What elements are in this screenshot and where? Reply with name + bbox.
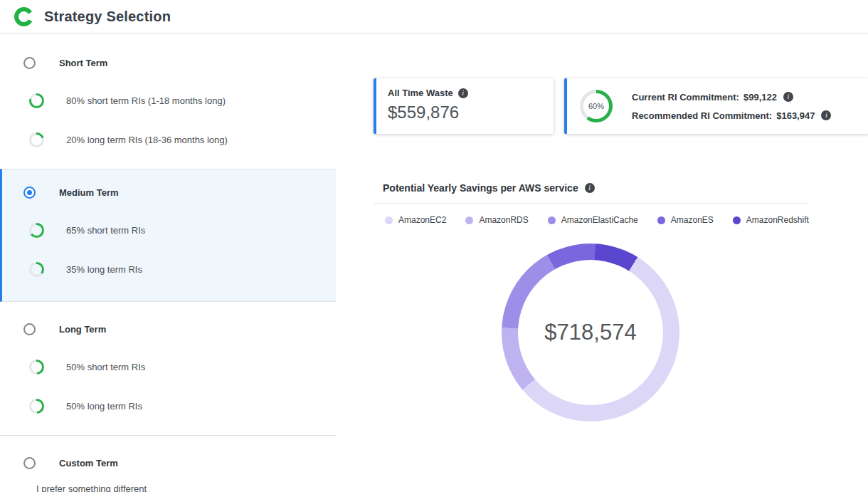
allocation-label: 20% long term RIs (18-36 months long): [66, 135, 228, 145]
strategy-sidebar: Short Term 80% short term RIs (1-18 mont…: [0, 33, 336, 492]
allocation-label: 80% short term RIs (1-18 months long): [66, 95, 226, 106]
radio-icon[interactable]: [23, 323, 36, 335]
legend-dot-icon: [465, 216, 473, 224]
legend-dot-icon: [385, 216, 393, 224]
allocation-label: 65% short term RIs: [66, 225, 145, 236]
allocation-label: 50% short term RIs: [66, 362, 145, 372]
main-content: All Time Waste $559,876 60% Current RI C…: [336, 33, 868, 422]
savings-chart-section: Potential Yearly Savings per AWS service…: [374, 182, 808, 422]
ri-commitment-card: 60% Current RI Commitment: $99,122 Recom…: [564, 78, 868, 134]
legend-label: AmazonRDS: [479, 215, 528, 225]
strategy-radio-medium-term[interactable]: Medium Term: [2, 187, 336, 199]
radio-selected-icon[interactable]: [23, 187, 36, 199]
legend-label: AmazonES: [671, 215, 714, 225]
legend-item[interactable]: AmazonEC2: [385, 215, 446, 225]
legend-dot-icon: [733, 216, 741, 224]
strategy-option-medium-term: Medium Term 65% short term RIs 35% long …: [0, 169, 336, 302]
legend-dot-icon: [548, 216, 556, 224]
donut-center-total: $718,574: [502, 244, 679, 422]
legend-item[interactable]: AmazonRedshift: [733, 215, 809, 225]
summary-cards-row: All Time Waste $559,876 60% Current RI C…: [374, 78, 868, 134]
chart-title: Potential Yearly Savings per AWS service: [383, 182, 578, 194]
option-label: Short Term: [59, 58, 107, 68]
current-ri-commitment-row: Current RI Commitment: $99,122: [632, 92, 831, 103]
allocation-label: 50% long term RIs: [66, 401, 142, 412]
allocation-item: 50% long term RIs: [0, 399, 336, 414]
progress-ring-icon: [29, 360, 44, 375]
legend-item[interactable]: AmazonES: [657, 215, 714, 225]
divider: [374, 203, 808, 204]
legend-label: AmazonRedshift: [746, 215, 809, 225]
progress-ring-icon: [29, 93, 44, 108]
card-title: All Time Waste: [388, 88, 453, 98]
page-title: Strategy Selection: [44, 9, 171, 25]
recommended-ri-commitment-value: $163,947: [776, 110, 815, 121]
allocation-item: 35% long term RIs: [2, 262, 336, 277]
allocation-label: 35% long term RIs: [66, 264, 142, 275]
progress-ring-icon: [29, 223, 44, 238]
strategy-option-custom-term: Custom Term I prefer something different: [0, 436, 336, 492]
current-ri-commitment-label: Current RI Commitment:: [632, 92, 739, 103]
legend-item[interactable]: AmazonRDS: [465, 215, 528, 225]
progress-ring-icon: [29, 399, 44, 414]
legend-label: AmazonEC2: [398, 215, 446, 225]
strategy-radio-long-term[interactable]: Long Term: [0, 323, 336, 335]
recommended-ri-commitment-label: Recommended RI Commitment:: [632, 110, 772, 121]
strategy-option-long-term: Long Term 50% short term RIs 50% long te…: [0, 302, 336, 436]
info-icon[interactable]: [458, 88, 468, 98]
progress-ring-icon: [29, 132, 44, 147]
chart-legend: AmazonEC2AmazonRDSAmazonElastiCacheAmazo…: [385, 215, 808, 225]
info-icon[interactable]: [585, 183, 595, 193]
info-icon[interactable]: [783, 92, 793, 102]
legend-item[interactable]: AmazonElastiCache: [548, 215, 638, 225]
app-logo-icon: [14, 7, 33, 26]
info-icon[interactable]: [821, 110, 831, 120]
commitment-progress-ring: 60%: [580, 90, 613, 122]
strategy-radio-short-term[interactable]: Short Term: [0, 57, 336, 69]
allocation-item: 20% long term RIs (18-36 months long): [0, 132, 336, 147]
strategy-radio-custom-term[interactable]: Custom Term: [0, 457, 336, 469]
page-header: Strategy Selection: [0, 0, 868, 33]
radio-icon[interactable]: [23, 457, 36, 469]
custom-term-description: I prefer something different: [36, 483, 336, 492]
option-label: Long Term: [59, 324, 106, 335]
allocation-item: 65% short term RIs: [2, 223, 336, 238]
recommended-ri-commitment-row: Recommended RI Commitment: $163,947: [632, 110, 831, 121]
radio-icon[interactable]: [23, 57, 36, 69]
allocation-item: 80% short term RIs (1-18 months long): [0, 93, 336, 108]
all-time-waste-card: All Time Waste $559,876: [374, 78, 554, 134]
option-label: Medium Term: [59, 187, 119, 198]
legend-dot-icon: [657, 216, 665, 224]
donut-chart[interactable]: $718,574: [502, 244, 679, 422]
commitment-ring-label: 60%: [588, 102, 604, 110]
legend-label: AmazonElastiCache: [561, 215, 638, 225]
all-time-waste-value: $559,876: [388, 103, 542, 122]
strategy-option-short-term: Short Term 80% short term RIs (1-18 mont…: [0, 33, 336, 169]
option-label: Custom Term: [59, 458, 118, 469]
allocation-item: 50% short term RIs: [0, 360, 336, 375]
current-ri-commitment-value: $99,122: [743, 92, 777, 103]
progress-ring-icon: [29, 262, 44, 277]
